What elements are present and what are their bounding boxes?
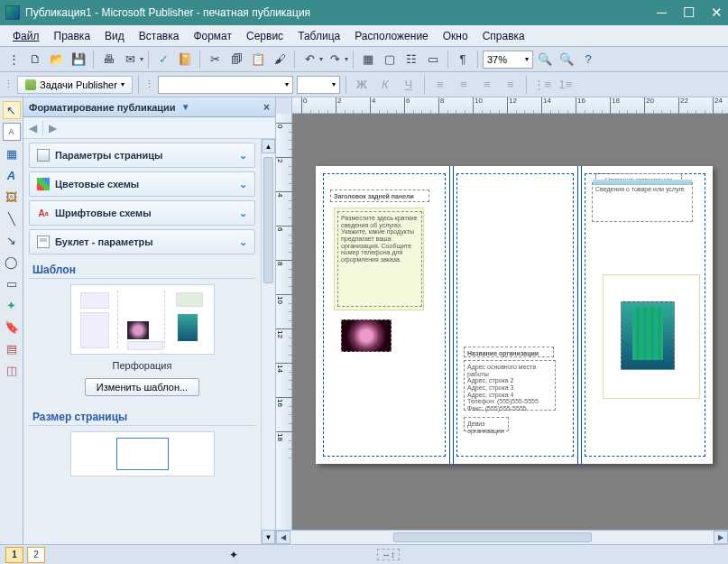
panel3-image[interactable] [621,301,675,370]
numbering-button[interactable]: 1≡ [556,75,576,95]
rectangle-tool[interactable]: ▭ [3,274,21,292]
minimize-button[interactable]: ─ [657,5,667,21]
maximize-button[interactable]: ☐ [683,5,695,21]
template-section-title: Шаблон [29,258,255,279]
format-painter-button[interactable]: 🖌 [270,50,290,69]
paper[interactable]: Заголовок задней панели Разместите здесь… [316,166,713,464]
page-tab-2[interactable]: 2 [27,547,45,563]
panel1-body-text[interactable]: Разместите здесь краткие сведения об усл… [337,211,422,307]
task-pane-header: Форматирование публикации ▼ × [23,97,275,117]
select-tool[interactable]: ↖ [3,101,21,119]
panel1-heading[interactable]: Заголовок задней панели [330,190,429,202]
canvas[interactable]: Заголовок задней панели Разместите здесь… [292,114,728,530]
zoom-in-button[interactable]: 🔍 [557,50,576,69]
template-preview[interactable] [70,284,215,355]
ruler-vertical[interactable]: 024681012141618 [276,114,292,530]
page-tab-1[interactable]: 1 [5,547,23,563]
menu-view[interactable]: Вид [97,28,132,44]
bring-front-button[interactable]: ▦ [358,50,378,69]
ruler-horizontal[interactable]: 024681012141618202224 [276,97,728,114]
print-button[interactable]: 🖶 [98,50,118,69]
design-gallery-tool[interactable]: ▤ [3,339,21,357]
cut-button[interactable]: ✂ [205,50,225,69]
table-tool[interactable]: ▦ [3,144,21,162]
justify-button[interactable]: ≡ [501,75,521,95]
mail-button[interactable]: ✉ [120,50,140,69]
spelling-button[interactable]: ✓ [153,50,173,69]
template-caption: Перфорация [29,358,255,373]
font-family-combo[interactable]: ▾ [158,76,293,94]
save-button[interactable]: 💾 [69,50,88,69]
align-left-button[interactable]: ≡ [430,75,450,95]
menu-file[interactable]: Файл [5,28,47,44]
handle-icon[interactable]: ⋮ [4,50,23,69]
toolbar-formatting: ⋮ Задачи Publisher▾ ⋮ ▾ ▾ Ж К Ч ≡ ≡ ≡ ≡ … [0,72,728,97]
change-template-button[interactable]: Изменить шаблон... [85,378,199,396]
menubar: Файл Правка Вид Вставка Формат Сервис Та… [0,25,728,47]
zoom-combo[interactable]: 37%▾ [483,51,533,69]
send-back-button[interactable]: ▢ [380,50,400,69]
content-library-tool[interactable]: ◫ [3,361,21,379]
textbox-tool[interactable]: A [3,123,21,141]
research-button[interactable]: 📔 [175,50,195,69]
undo-button[interactable]: ↶ [299,50,319,69]
accordion-brochure-options[interactable]: Буклет - параметры⌄ [29,229,255,254]
cursor-position-icon: ✦ [229,549,238,561]
picture-frame-tool[interactable]: 🖼 [3,188,21,206]
menu-format[interactable]: Формат [186,28,239,44]
panel2-slogan[interactable]: Девиз организации [464,417,509,431]
panel1-image[interactable] [341,319,392,352]
task-pane-forward-icon[interactable]: ▶ [49,122,57,134]
special-chars-button[interactable]: ▭ [423,50,443,69]
paragraph-marks-button[interactable]: ¶ [453,50,473,69]
accordion-font-schemes[interactable]: AaШрифтовые схемы⌄ [29,200,255,226]
task-pane-back-icon[interactable]: ◀ [29,122,37,134]
open-button[interactable]: 📂 [47,50,67,69]
accordion-color-schemes[interactable]: Цветовые схемы⌄ [29,171,255,197]
menu-help[interactable]: Справка [475,28,532,44]
align-right-button[interactable]: ≡ [477,75,497,95]
task-pane-scrollbar[interactable]: ▲▼ [261,139,275,544]
underline-button[interactable]: Ч [399,75,419,95]
window-title: Публикация1 - Microsoft Publisher - печа… [25,6,657,19]
panel3-heading[interactable]: Сведения о товаре или услуге [592,182,693,222]
pagesize-preview[interactable] [70,431,215,476]
panel2-body-text[interactable]: Адрес основного места работы Адрес, стро… [464,360,556,411]
horizontal-scrollbar[interactable]: ◀▶ [276,530,728,544]
redo-button[interactable]: ↷ [325,50,345,69]
task-pane: Форматирование публикации ▼ × ◀ ▶ Параме… [23,97,276,544]
font-size-combo[interactable]: ▾ [297,76,340,94]
close-button[interactable]: ✕ [711,5,723,21]
menu-tools[interactable]: Сервис [239,28,290,44]
italic-button[interactable]: К [375,75,395,95]
task-pane-close-icon[interactable]: × [263,101,270,114]
align-center-button[interactable]: ≡ [454,75,474,95]
zoom-out-button[interactable]: 🔍 [535,50,555,69]
help-button[interactable]: ? [578,50,598,69]
oval-tool[interactable]: ◯ [3,253,21,271]
line-tool[interactable]: ╲ [3,209,21,227]
menu-arrange[interactable]: Расположение [347,28,436,44]
statusbar: 1 2 ✦ ↔↕ [0,544,728,564]
app-icon [5,5,20,20]
menu-insert[interactable]: Вставка [132,28,187,44]
paste-button[interactable]: 📋 [248,50,268,69]
publisher-tasks-button[interactable]: Задачи Publisher▾ [17,76,133,94]
copy-button[interactable]: 🗐 [226,50,246,69]
new-button[interactable]: 🗋 [25,50,45,69]
panel2-heading[interactable]: Название организации [464,347,554,357]
menu-edit[interactable]: Правка [47,28,98,44]
autoshapes-tool[interactable]: ✦ [3,296,21,314]
menu-window[interactable]: Окно [436,28,475,44]
bullets-button[interactable]: ⋮≡ [532,75,552,95]
menu-table[interactable]: Таблица [290,28,347,44]
arrow-tool[interactable]: ↘ [3,231,21,249]
bookmark-tool[interactable]: 🔖 [3,318,21,336]
task-pane-nav: ◀ ▶ [23,117,275,139]
wordart-tool[interactable]: A [3,166,21,184]
canvas-area: 024681012141618202224 024681012141618 За… [276,97,728,544]
accordion-page-options[interactable]: Параметры страницы⌄ [29,143,255,168]
bold-button[interactable]: Ж [352,75,372,95]
tools-strip: ↖ A ▦ A 🖼 ╲ ↘ ◯ ▭ ✦ 🔖 ▤ ◫ [0,97,23,544]
columns-button[interactable]: ☷ [401,50,421,69]
